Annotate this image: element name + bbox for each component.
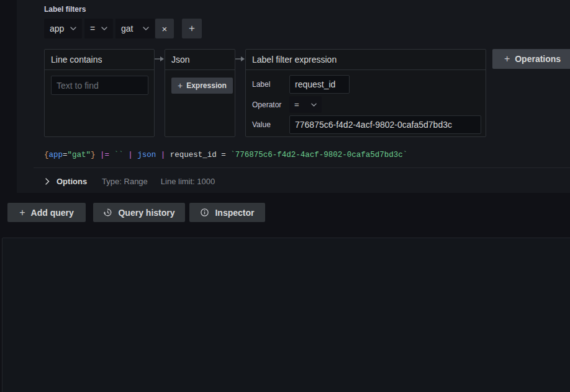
operator-field-value: = [294,100,299,109]
history-icon [103,208,112,217]
line-contains-input[interactable] [51,76,148,95]
operations-label: Operations [515,54,561,64]
label-filter-name-select[interactable]: app [44,19,82,38]
label-filter-value-value: gat [121,24,133,33]
remove-label-filter-button[interactable]: × [155,19,174,38]
query-token: json [137,151,156,159]
label-filter-operator-value: = [90,24,95,33]
value-field-input[interactable] [289,115,481,134]
add-query-button[interactable]: + Add query [7,203,86,222]
operation-json: Json + Expression [165,49,235,137]
label-field-label: Label [252,80,270,89]
query-token: |= [100,151,109,159]
operation-header[interactable]: Line contains [45,50,154,70]
label-filters-label: Label filters [44,5,86,14]
plus-icon: + [504,53,510,65]
query-token [165,151,170,159]
operation-title: Json [171,55,190,65]
arrow-right-icon [155,55,165,63]
options-line-limit-summary: Line limit: 1000 [161,177,215,186]
operation-title: Line contains [51,55,102,65]
logs-volume-panel: Logs volume 02.5509:5009:5510:0010:0510:… [2,238,570,392]
operation-title: Label filter expression [252,55,337,65]
query-token: = [63,151,68,159]
plus-icon: + [178,81,183,91]
query-token: request_id = [170,151,231,159]
add-expression-label: Expression [186,81,227,90]
operator-field-select[interactable]: = [289,96,322,113]
add-operations-button[interactable]: + Operations [492,49,570,69]
operation-header[interactable]: Json [165,50,235,70]
chevron-down-icon [311,103,317,107]
options-label: Options [57,177,87,186]
value-field-label: Value [252,120,271,129]
operation-line-contains: Line contains [44,49,155,137]
query-token: app [49,151,63,159]
add-expression-button[interactable]: + Expression [171,78,233,94]
plus-icon: + [19,207,25,218]
divider [34,167,570,168]
query-editor-row: Label filters app = gat × + Line contain… [17,0,570,193]
inspector-label: Inspector [215,208,254,218]
query-history-label: Query history [118,208,174,218]
query-token: `776875c6-f4d2-4acf-9802-0cafa5d7bd3c` [230,151,407,159]
query-token: | [128,151,133,159]
chevron-down-icon [101,27,107,30]
query-history-button[interactable]: Query history [93,203,185,222]
query-preview-code: {app="gat"} |= `` | json | request_id = … [44,151,407,159]
close-icon: × [162,24,168,34]
query-token: `` [114,151,124,159]
query-token [156,151,161,159]
label-filter-value-select[interactable]: gat [115,19,155,38]
inspector-button[interactable]: Inspector [189,203,265,222]
info-icon [200,208,209,217]
grafana-explore-page: Label filters app = gat × + Line contain… [0,0,570,392]
label-filter-name-value: app [50,24,64,33]
options-type-summary: Type: Range [102,177,148,186]
plus-icon: + [189,22,195,35]
add-query-label: Add query [31,208,74,218]
label-field-input[interactable] [289,75,350,94]
query-token [109,151,114,159]
arrow-right-icon [235,55,245,63]
label-filter-operator-select[interactable]: = [84,19,113,38]
operator-field-label: Operator [252,100,281,109]
operation-label-filter-expression: Label filter expression Label Operator =… [245,49,486,137]
chevron-right-icon [45,178,50,185]
query-token: { [44,151,49,159]
chevron-down-icon [143,27,149,30]
operation-header[interactable]: Label filter expression [246,50,486,70]
query-token: } [91,151,96,159]
query-token: "gat" [68,151,91,159]
chevron-down-icon [70,27,76,30]
query-options-toggle[interactable]: Options Type: Range Line limit: 1000 [45,172,215,190]
query-token [96,151,101,159]
add-label-filter-button[interactable]: + [182,19,202,38]
